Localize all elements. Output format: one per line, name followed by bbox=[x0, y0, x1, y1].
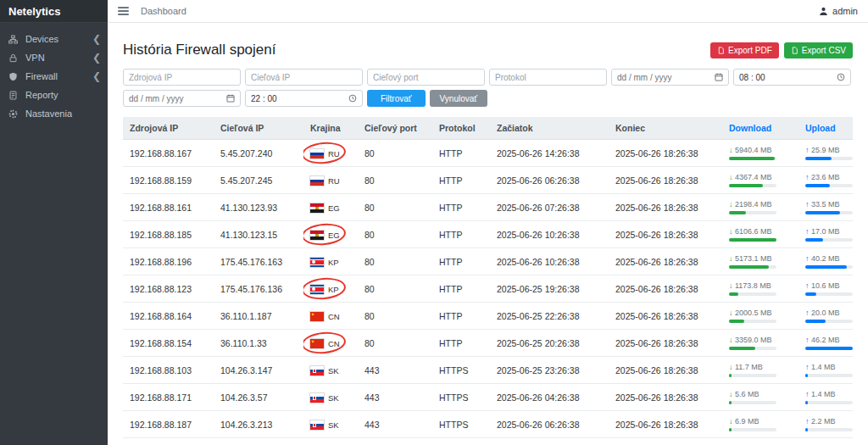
country-code: KP bbox=[328, 258, 339, 267]
sidebar-item-devices[interactable]: Devices ❮ bbox=[0, 30, 108, 48]
destination-ip-input[interactable] bbox=[245, 69, 363, 86]
port-cell: 80 bbox=[358, 221, 432, 248]
upload-cell: ↑ 46.2 MB bbox=[798, 330, 853, 357]
protocol-input[interactable] bbox=[489, 69, 607, 86]
chevron-left-icon: ❮ bbox=[92, 53, 101, 62]
country-code: SK bbox=[328, 366, 339, 375]
download-progress-bar bbox=[729, 347, 776, 350]
table-row: 192.168.88.15436.110.1.33CN80HTTP2025-06… bbox=[123, 330, 853, 357]
download-progress-bar bbox=[729, 428, 776, 431]
protocol-cell: HTTPS bbox=[432, 411, 490, 438]
port-cell: 80 bbox=[358, 194, 432, 221]
user-name: admin bbox=[832, 6, 858, 16]
dst-ip-cell: 41.130.123.15 bbox=[214, 221, 303, 248]
upload-progress-bar bbox=[805, 238, 853, 242]
filter-button[interactable]: Filtrovať bbox=[367, 90, 426, 107]
download-progress-bar bbox=[729, 211, 776, 214]
table-row: 192.168.88.103104.26.3.147SK443HTTPS2025… bbox=[123, 357, 853, 384]
time-from-input[interactable]: 08 : 00 bbox=[733, 69, 851, 86]
main-area: Dashboard admin História Firewall spojen… bbox=[108, 0, 868, 445]
sidebar: Netelytics Devices ❮ VPN ❮ Fir bbox=[0, 0, 108, 445]
destination-port-input[interactable] bbox=[367, 69, 485, 86]
firewall-connections-table: Zdrojová IP Cieľová IP Krajina Cieľový p… bbox=[123, 117, 853, 445]
date-from-input[interactable]: dd / mm / yyyy bbox=[611, 69, 729, 86]
time-to-input[interactable]: 22 : 00 bbox=[245, 90, 363, 107]
sidebar-item-label: Nastavenia bbox=[25, 108, 101, 119]
src-ip-cell: 192.168.88.123 bbox=[123, 275, 214, 303]
export-pdf-label: Export PDF bbox=[728, 46, 772, 55]
protocol-cell: HTTPS bbox=[432, 438, 490, 445]
topbar: Dashboard admin bbox=[108, 0, 868, 23]
table-row: 192.168.88.16436.110.1.187CN80HTTP2025-0… bbox=[123, 303, 853, 330]
upload-progress-bar bbox=[805, 347, 853, 350]
end-cell: 2025-06-26 18:26:38 bbox=[609, 194, 722, 221]
export-csv-button[interactable]: Export CSV bbox=[784, 42, 853, 58]
country-code: RU bbox=[328, 149, 340, 159]
upload-progress-bar bbox=[805, 320, 853, 323]
start-cell: 2025-06-25 22:26:38 bbox=[490, 303, 609, 330]
flag-cn-icon bbox=[310, 339, 324, 348]
country-cell: SK bbox=[303, 411, 358, 438]
download-arrow-icon: ↓ bbox=[729, 281, 733, 290]
app-root: Netelytics Devices ❮ VPN ❮ Fir bbox=[0, 0, 868, 445]
start-cell: 2025-06-26 06:26:38 bbox=[490, 411, 609, 438]
start-cell: 2025-06-25 10:26:38 bbox=[490, 438, 609, 445]
upload-cell: ↑ 17.0 MB bbox=[798, 221, 853, 248]
upload-cell: ↑ 1.4 MB bbox=[798, 357, 853, 384]
dst-ip-cell: 104.26.3.147 bbox=[214, 357, 303, 384]
flag-ru-icon bbox=[310, 176, 324, 186]
sidebar-item-nastavenia[interactable]: Nastavenia bbox=[0, 104, 108, 123]
sidebar-item-reporty[interactable]: Reporty bbox=[0, 86, 108, 104]
country-code: CN bbox=[328, 339, 340, 348]
download-progress-bar bbox=[729, 265, 776, 269]
upload-arrow-icon: ↑ bbox=[805, 146, 810, 154]
start-cell: 2025-06-25 23:26:38 bbox=[490, 357, 609, 384]
download-progress-bar bbox=[729, 374, 776, 377]
shield-icon bbox=[8, 71, 19, 81]
download-cell: ↓ 1173.8 MB bbox=[722, 275, 798, 303]
upload-cell: ↑ 1.4 MB bbox=[798, 384, 853, 411]
flag-eg-icon bbox=[310, 231, 324, 240]
time-from-value: 08 : 00 bbox=[739, 73, 765, 82]
reset-button[interactable]: Vynulovať bbox=[430, 90, 488, 107]
country-cell: CN bbox=[303, 330, 358, 357]
protocol-cell: HTTPS bbox=[432, 384, 490, 411]
port-cell: 443 bbox=[358, 357, 432, 384]
sidebar-item-label: Reporty bbox=[25, 90, 101, 100]
col-header-download-sort[interactable]: Download bbox=[722, 117, 798, 140]
upload-cell: ↑ 2.2 MB bbox=[798, 411, 853, 438]
report-icon bbox=[8, 90, 19, 100]
breadcrumb-dashboard[interactable]: Dashboard bbox=[141, 6, 186, 16]
content: História Firewall spojení Export PDF Exp… bbox=[108, 23, 868, 445]
protocol-cell: HTTP bbox=[432, 275, 490, 303]
sidebar-item-vpn[interactable]: VPN ❮ bbox=[0, 48, 108, 67]
lock-icon bbox=[8, 53, 19, 63]
upload-arrow-icon: ↑ bbox=[805, 309, 810, 317]
download-arrow-icon: ↓ bbox=[729, 146, 733, 154]
col-header-upload-sort[interactable]: Upload bbox=[798, 117, 853, 140]
user-menu[interactable]: admin bbox=[818, 6, 858, 17]
download-arrow-icon: ↓ bbox=[729, 336, 733, 344]
download-progress-bar bbox=[729, 320, 776, 323]
sidebar-item-firewall[interactable]: Firewall ❮ bbox=[0, 67, 108, 86]
end-cell: 2025-06-26 18:26:38 bbox=[609, 357, 722, 384]
country-code: RU bbox=[328, 176, 340, 186]
src-ip-cell: 192.168.88.159 bbox=[123, 167, 214, 194]
upload-cell: ↑ 40.2 MB bbox=[798, 248, 853, 275]
date-to-input[interactable]: dd / mm / yyyy bbox=[123, 90, 241, 107]
menu-toggle-icon[interactable] bbox=[118, 7, 129, 15]
chevron-left-icon: ❮ bbox=[92, 35, 101, 43]
firewall-table-body: 192.168.88.1675.45.207.240RU80HTTP2025-0… bbox=[123, 140, 853, 445]
upload-arrow-icon: ↑ bbox=[805, 336, 810, 344]
sidebar-item-label: Devices bbox=[25, 34, 92, 44]
src-ip-cell: 192.168.88.154 bbox=[123, 330, 214, 357]
download-cell: ↓ 5.6 MB bbox=[722, 384, 798, 411]
protocol-cell: HTTP bbox=[432, 194, 490, 221]
source-ip-input[interactable] bbox=[123, 69, 241, 86]
csv-file-icon bbox=[791, 47, 798, 54]
upload-progress-bar bbox=[805, 184, 853, 187]
end-cell: 2025-06-26 18:26:38 bbox=[609, 248, 722, 275]
start-cell: 2025-06-25 19:26:38 bbox=[490, 275, 609, 303]
export-pdf-button[interactable]: Export PDF bbox=[710, 42, 779, 58]
country-code: CN bbox=[328, 312, 340, 321]
